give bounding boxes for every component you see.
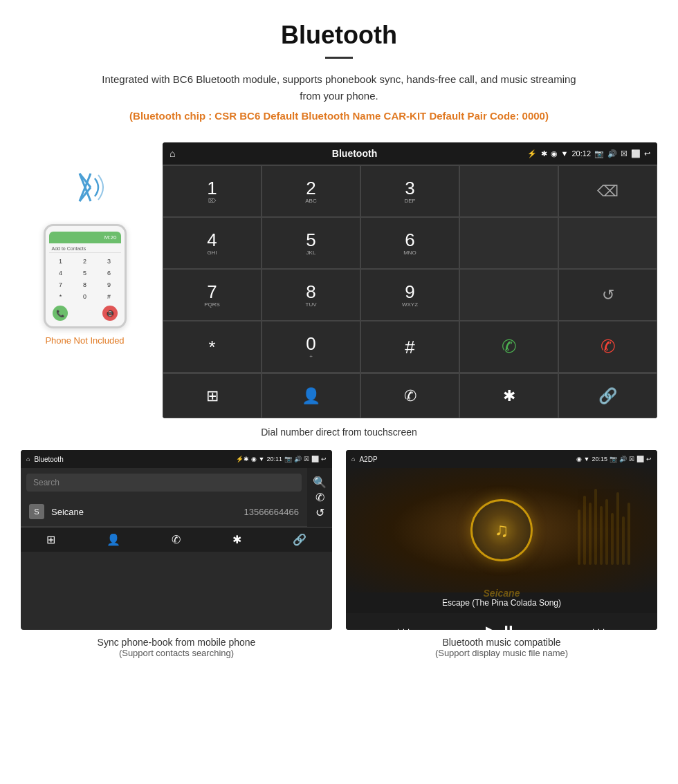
status-icons: ✱ ◉ ▼ 20:12 📷 🔊 ☒ ⬜ ↩ — [541, 149, 650, 158]
pb-signal-icon: ▼ — [259, 456, 265, 463]
phonebook-right-panel: 🔍 ✆ ↺ — [307, 468, 332, 527]
dial-key-1[interactable]: 1 ⌦ — [163, 165, 262, 217]
signal-icon: ▼ — [561, 149, 569, 158]
phone-key-7: 7 — [49, 279, 73, 290]
bluetooth-waves-icon — [64, 163, 106, 212]
phone-key-2: 2 — [73, 256, 97, 267]
dial-key-6[interactable]: 6 MNO — [360, 217, 459, 269]
pb-back-icon[interactable]: ↩ — [321, 456, 327, 463]
music-back-icon[interactable]: ↩ — [646, 456, 652, 463]
dial-key-5[interactable]: 5 JKL — [262, 217, 360, 269]
dial-key-9[interactable]: 9 WXYZ — [360, 269, 459, 321]
pb-bottom-grid-icon[interactable]: ⊞ — [46, 533, 55, 546]
dial-key-star[interactable]: * — [163, 321, 262, 373]
pb-search-icon[interactable]: 🔍 — [313, 476, 327, 489]
window-icon: ⬜ — [631, 149, 641, 158]
header-divider — [325, 57, 353, 59]
page-title: Bluetooth — [14, 21, 664, 50]
music-caption-main: Bluetooth music compatible — [346, 637, 657, 648]
dial-contacts-icon[interactable]: 👤 — [262, 373, 360, 418]
bluetooth-status-icon: ✱ — [541, 149, 547, 158]
phone-key-6: 6 — [98, 268, 121, 279]
music-block: ⌂ A2DP ◉ ▼ 20:15 📷 🔊 ☒ ⬜ ↩ — [346, 450, 657, 658]
music-controls: ⏮ ▶⏸ ⏭ — [346, 613, 657, 630]
dial-key-4[interactable]: 4 GHI — [163, 217, 262, 269]
phone-end-button[interactable]: 📵 — [102, 306, 118, 321]
music-screen: ⌂ A2DP ◉ ▼ 20:15 📷 🔊 ☒ ⬜ ↩ — [346, 450, 657, 630]
back-icon[interactable]: ↩ — [644, 149, 650, 158]
phone-key-4: 4 — [49, 268, 73, 279]
music-caption-sub: (Support display music file name) — [346, 648, 657, 658]
phone-frame: M:20 Add to Contacts 1 2 3 4 5 6 7 8 9 *… — [44, 224, 127, 328]
music-home-icon[interactable]: ⌂ — [351, 456, 355, 463]
phone-key-3: 3 — [98, 256, 121, 267]
music-prev-icon[interactable]: ⏮ — [397, 624, 411, 630]
music-dots-bg — [470, 468, 657, 592]
svg-rect-8 — [600, 506, 603, 565]
music-location-icon: ◉ — [576, 456, 582, 463]
phone-key-8: 8 — [73, 279, 97, 290]
pb-volume-icon: 🔊 — [294, 456, 302, 463]
dial-refresh-button[interactable]: ↺ — [558, 269, 657, 321]
dial-end-button[interactable]: ✆ — [558, 321, 657, 373]
search-placeholder: Search — [33, 478, 59, 487]
phone-bottom-buttons: 📞 📵 — [49, 306, 121, 321]
music-track-title: Escape (The Pina Colada Song) — [346, 592, 657, 613]
phone-key-1: 1 — [49, 256, 73, 267]
contact-avatar: S — [29, 504, 44, 519]
music-play-pause-icon[interactable]: ▶⏸ — [486, 622, 517, 630]
phonebook-search-bar[interactable]: Search — [26, 474, 302, 492]
dialpad-grid: 1 ⌦ 2 ABC 3 DEF ⌫ 4 GHI 5 JKL — [163, 165, 657, 373]
pb-bottom-bt-icon[interactable]: ✱ — [232, 533, 241, 546]
main-section: M:20 Add to Contacts 1 2 3 4 5 6 7 8 9 *… — [0, 129, 678, 418]
home-icon[interactable]: ⌂ — [170, 148, 175, 159]
phone-call-button[interactable]: 📞 — [53, 306, 68, 321]
phonebook-block: ⌂ Bluetooth ⚡ ✱ ◉ ▼ 20:11 📷 🔊 ☒ ⬜ ↩ — [21, 450, 332, 658]
music-volume-icon: 🔊 — [619, 456, 627, 463]
dial-phone-icon[interactable]: ✆ — [360, 373, 459, 418]
phonebook-home-icon[interactable]: ⌂ — [26, 456, 30, 463]
dial-status-bar: ⌂ Bluetooth ⚡ ✱ ◉ ▼ 20:12 📷 🔊 ☒ ⬜ ↩ — [163, 142, 657, 165]
phone-add-contacts: Add to Contacts — [49, 245, 121, 253]
pb-location-icon: ◉ — [251, 456, 257, 463]
dial-link-icon[interactable]: 🔗 — [558, 373, 657, 418]
time-display: 20:12 — [571, 149, 591, 158]
pb-sync-icon[interactable]: ↺ — [315, 506, 324, 519]
dial-key-8[interactable]: 8 TUV — [262, 269, 360, 321]
phone-key-hash: # — [98, 291, 121, 302]
dial-key-3[interactable]: 3 DEF — [360, 165, 459, 217]
pb-bottom-link-icon[interactable]: 🔗 — [293, 533, 306, 546]
svg-rect-9 — [605, 499, 608, 565]
dial-key-hash[interactable]: # — [360, 321, 459, 373]
pb-screen-icon: ☒ — [304, 456, 309, 463]
phonebook-body: Search S Seicane 13566664466 🔍 ✆ ↺ — [21, 468, 332, 527]
dial-backspace-button[interactable]: ⌫ — [558, 165, 657, 217]
phonebook-caption-main: Sync phone-book from mobile phone — [21, 637, 332, 648]
dial-grid-icon[interactable]: ⊞ — [163, 373, 262, 418]
pb-call-icon[interactable]: ✆ — [315, 491, 324, 504]
dial-bottom-bar: ⊞ 👤 ✆ ✱ 🔗 — [163, 373, 657, 418]
dial-key-7[interactable]: 7 PQRS — [163, 269, 262, 321]
dial-key-2[interactable]: 2 ABC — [262, 165, 360, 217]
dial-bluetooth-icon[interactable]: ✱ — [459, 373, 558, 418]
phone-key-5: 5 — [73, 268, 97, 279]
phonebook-status-bar: ⌂ Bluetooth ⚡ ✱ ◉ ▼ 20:11 📷 🔊 ☒ ⬜ ↩ — [21, 450, 332, 468]
bluetooth-icon-area — [64, 163, 106, 214]
dial-call-button[interactable]: ✆ — [459, 321, 558, 373]
dial-key-0[interactable]: 0 + — [262, 321, 360, 373]
music-status-bar: ⌂ A2DP ◉ ▼ 20:15 📷 🔊 ☒ ⬜ ↩ — [346, 450, 657, 468]
music-next-icon[interactable]: ⏭ — [592, 624, 606, 630]
dial-display-area — [459, 165, 558, 217]
bottom-screenshots: ⌂ Bluetooth ⚡ ✱ ◉ ▼ 20:11 📷 🔊 ☒ ⬜ ↩ — [0, 450, 678, 658]
phonebook-contact-row[interactable]: S Seicane 13566664466 — [21, 497, 307, 527]
pb-bottom-phone-icon[interactable]: ✆ — [172, 533, 181, 546]
phonebook-caption-sub: (Support contacts searching) — [21, 648, 332, 658]
svg-rect-10 — [611, 513, 614, 565]
phonebook-title: Bluetooth — [34, 456, 235, 463]
phone-keypad: 1 2 3 4 5 6 7 8 9 * 0 # — [49, 256, 121, 302]
android-dial-screen: ⌂ Bluetooth ⚡ ✱ ◉ ▼ 20:12 📷 🔊 ☒ ⬜ ↩ 1 ⌦ — [163, 142, 657, 418]
dial-screen-title: Bluetooth — [182, 148, 526, 159]
pb-bottom-contacts-icon[interactable]: 👤 — [107, 533, 120, 546]
header-description: Integrated with BC6 Bluetooth module, su… — [97, 71, 581, 104]
volume-icon: 🔊 — [607, 149, 617, 158]
